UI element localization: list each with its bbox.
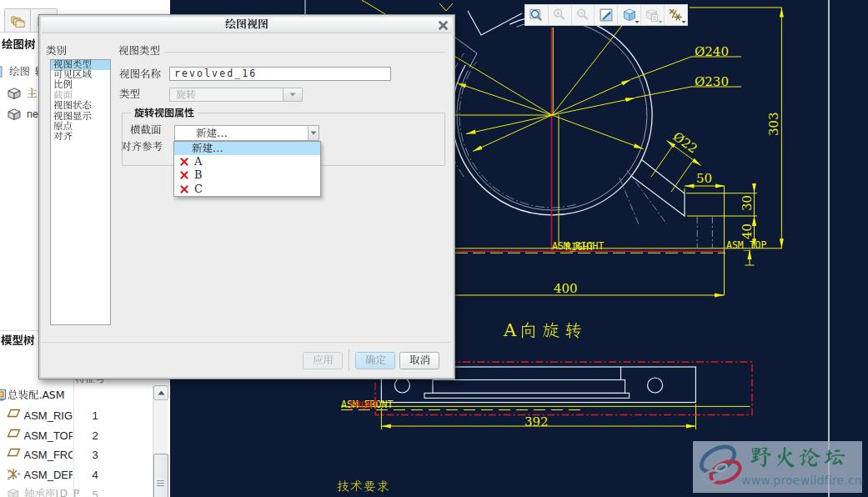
forum-name (750, 445, 848, 474)
combobox-arrow (283, 88, 302, 102)
zoom-out-button[interactable] (572, 5, 595, 25)
scroll-up-button[interactable] (153, 385, 168, 400)
dropdown-item[interactable]: C (174, 182, 320, 195)
dropdown-item-label: B (194, 168, 203, 181)
drawing-view-dialog: ... ...ABC (38, 14, 455, 379)
model-tree-row[interactable]: ASM_FRONT3 (0, 445, 170, 464)
dim-d230[interactable]: Ø230 (695, 74, 729, 89)
button-separator (349, 349, 349, 371)
dropdown-item[interactable]: A (174, 155, 320, 168)
view-type-section-title (118, 45, 160, 58)
dim-50[interactable]: 50 (696, 171, 712, 186)
dropdown-item-label: A (194, 155, 202, 168)
tab-folder-browser[interactable] (4, 8, 32, 33)
scrollbar-thumb[interactable] (153, 454, 168, 497)
model-tree-header (1, 334, 35, 349)
delete-x-icon (180, 158, 188, 166)
section-divider (164, 52, 445, 53)
model-tree-row[interactable]: yxzASM_DEF_4 (0, 465, 170, 484)
drawing-sheet-icon (0, 66, 3, 78)
datum-label-overlap-2b[interactable]: FRONT (349, 399, 379, 411)
dim-400[interactable]: 400 (554, 281, 578, 296)
chevron-down-icon (289, 93, 296, 97)
view-name-label (119, 68, 161, 82)
feature-number: 3 (80, 449, 110, 461)
datum-label-overlap-1b[interactable]: RIGHT (565, 241, 595, 253)
datum-display-button[interactable] (665, 5, 687, 25)
model-tree-row[interactable]: .ASM (0, 387, 170, 406)
dim-392[interactable]: 392 (524, 414, 549, 429)
svg-text:z: z (8, 475, 10, 480)
feature-number: 4 (80, 469, 110, 481)
tech-requirements-note[interactable] (337, 479, 390, 495)
model-tree-label: ASM_FRONT (24, 449, 73, 461)
datum-label-asm-top[interactable]: ASM_TOP (726, 239, 767, 251)
cross-section-combobox[interactable]: ... (174, 125, 319, 141)
feature-number: 2 (80, 429, 110, 442)
svg-text:...: ... (217, 126, 228, 138)
zoom-out-icon (574, 7, 591, 23)
combobox-arrow[interactable] (308, 126, 319, 140)
dropdown-item[interactable]: B (174, 168, 320, 182)
view-toolbar (524, 4, 688, 26)
view-cube-icon (6, 108, 23, 121)
repaint-button[interactable] (595, 5, 618, 25)
model-tree-row[interactable]: ASM_TOP2 (0, 426, 170, 445)
category-item-label (53, 131, 73, 143)
svg-text:A: A (503, 320, 517, 340)
datum-plane-icon (7, 429, 21, 438)
tree-item-label: ne (27, 108, 38, 120)
model-tree-scrollbar[interactable] (153, 385, 168, 497)
dim-d22[interactable]: Ø22 (670, 129, 700, 157)
model-tree-row[interactable]: ID P5 (0, 485, 170, 497)
folders-stack-icon (10, 14, 26, 28)
zoom-in-icon (551, 7, 568, 23)
dim-30[interactable]: 30 (740, 195, 755, 211)
category-item[interactable] (51, 133, 110, 143)
close-icon (439, 21, 448, 30)
close-button[interactable] (437, 19, 449, 31)
dim-40[interactable]: 40 (740, 223, 755, 239)
dropdown-item[interactable]: ... (174, 142, 320, 155)
model-tree-label: ASM_DEF_ (24, 469, 73, 481)
view-label[interactable]: A (504, 321, 588, 344)
svg-text:x: x (18, 471, 21, 476)
type-combobox-value (176, 89, 196, 102)
category-list[interactable] (50, 59, 111, 325)
dim-303[interactable]: 303 (766, 112, 781, 136)
zoom-window-button[interactable] (525, 5, 549, 25)
cancel-button[interactable] (399, 352, 439, 369)
categories-label (46, 45, 67, 58)
svg-text:...: ... (213, 141, 223, 153)
feature-number: 5 (80, 489, 110, 497)
view-cube-icon (6, 87, 23, 100)
delete-x-icon (180, 185, 188, 193)
model-tree-row[interactable]: ASM_RIGHT1 (0, 406, 170, 425)
alignment-reference-label (121, 141, 163, 154)
cross-section-dropdown[interactable]: ...ABC (173, 141, 321, 197)
repaint-icon (598, 7, 615, 23)
view-name-input[interactable] (169, 67, 391, 81)
dropdown-item-label: ... (192, 143, 223, 156)
wildfire-logo (695, 442, 747, 492)
shaded-view-button[interactable] (618, 5, 641, 25)
ok-button[interactable] (355, 352, 395, 369)
csys-icon: yxz (7, 468, 22, 481)
display-style-button[interactable] (641, 5, 665, 25)
menu-arrow-icon (681, 19, 686, 24)
dropdown-item-label: C (194, 183, 203, 195)
forum-url: www.proewildfire.cn (741, 474, 862, 487)
chevron-down-icon (310, 131, 317, 135)
model-tree-label: ASM_TOP (24, 429, 73, 442)
delete-x-icon (180, 171, 188, 179)
zoom-in-button[interactable] (549, 5, 572, 25)
tree-item-label (27, 88, 38, 101)
assembly-icon (0, 389, 7, 401)
datum-plane-icon (7, 409, 21, 418)
dialog-titlebar[interactable] (42, 18, 452, 33)
cross-section-label (130, 124, 162, 138)
datum-plane-icon (7, 448, 21, 457)
apply-button[interactable] (303, 352, 343, 369)
dim-d240[interactable]: Ø240 (695, 44, 729, 59)
drawing-tree-header (2, 38, 36, 53)
